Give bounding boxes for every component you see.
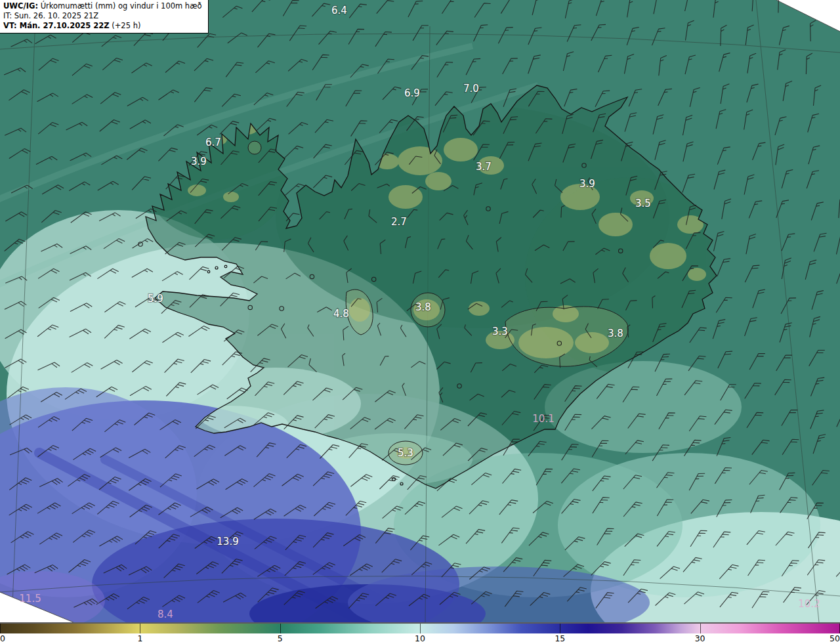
precip-value-label: 3.8: [608, 328, 623, 339]
title-line-valid: VT: Mán. 27.10.2025 22Z (+25 h): [3, 21, 202, 31]
precip-value-label: 5.3: [398, 447, 413, 459]
colorbar-tick-label: 50: [830, 633, 840, 642]
title-line-init: IT: Sun. 26. 10. 2025 21Z: [3, 11, 202, 21]
precip-value-label: 3.9: [191, 156, 207, 167]
map-area: 6.46.97.06.73.93.73.93.52.75.94.83.83.33…: [0, 0, 840, 622]
precip-value-label: 3.7: [476, 161, 492, 173]
colorbar-tick-mark: [140, 624, 140, 633]
colorbar-tick-label: 10: [415, 633, 425, 642]
colorbar-tick-label: 30: [695, 633, 705, 642]
precip-value-label: 6.9: [404, 87, 420, 99]
precip-value-label: 3.8: [415, 301, 431, 313]
precip-value-label: 4.8: [333, 308, 349, 320]
precip-max-label: 10.2: [798, 598, 820, 610]
precip-value-label: 2.7: [391, 216, 407, 228]
precip-max-label: 10.1: [532, 413, 554, 425]
title-line-product: UWC/IG: Úrkomumætti (mm) og vindur i 100…: [3, 1, 202, 11]
precip-value-label: 3.3: [492, 326, 508, 337]
weather-forecast-screen: 6.46.97.06.73.93.73.93.52.75.94.83.83.33…: [0, 0, 840, 642]
product-description: Úrkomumætti (mm) og vindur i 100m hæð: [38, 1, 202, 11]
colorbar-tick-mark: [420, 624, 421, 633]
colorbar-tick-label: 0: [0, 633, 5, 642]
precip-value-label: 13.9: [217, 536, 238, 547]
precip-value-label: 5.9: [148, 293, 163, 305]
product-code: UWC/IG:: [3, 1, 38, 11]
colorbar-tick-mark: [280, 624, 281, 633]
precip-value-label: 3.9: [579, 178, 595, 190]
colorbar-tick-label: 15: [555, 633, 565, 642]
precip-value-label: 7.0: [463, 83, 479, 95]
colorbar-tick-mark: [700, 624, 701, 633]
precip-max-label: 11.5: [19, 593, 41, 605]
precip-max-label: 8.4: [158, 609, 173, 620]
precip-value-label: 6.4: [331, 5, 347, 16]
colorbar: 01510153050: [0, 622, 840, 642]
colorbar-tick-label: 5: [278, 633, 283, 642]
colorbar-tick-label: 1: [137, 633, 142, 642]
precip-value-label: 6.7: [205, 137, 221, 148]
precip-value-label: 3.5: [635, 198, 651, 209]
colorbar-tick-mark: [0, 624, 1, 633]
title-box: UWC/IG: Úrkomumætti (mm) og vindur i 100…: [0, 0, 209, 33]
precipitation-wind-map: 6.46.97.06.73.93.73.93.52.75.94.83.83.33…: [0, 0, 840, 622]
colorbar-tick-mark: [560, 624, 560, 633]
